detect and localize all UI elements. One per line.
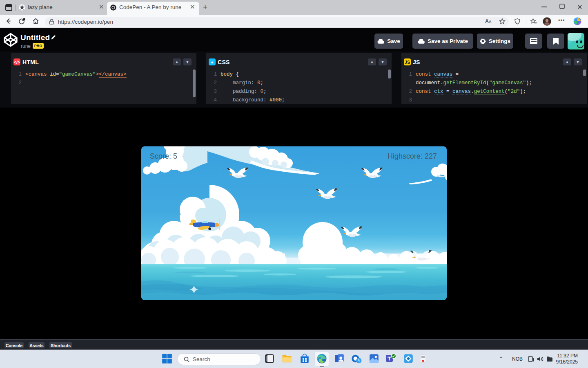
svg-text:Highscore: 227: Highscore: 227 [388, 152, 437, 160]
svg-text:Score: 5: Score: 5 [150, 152, 177, 160]
